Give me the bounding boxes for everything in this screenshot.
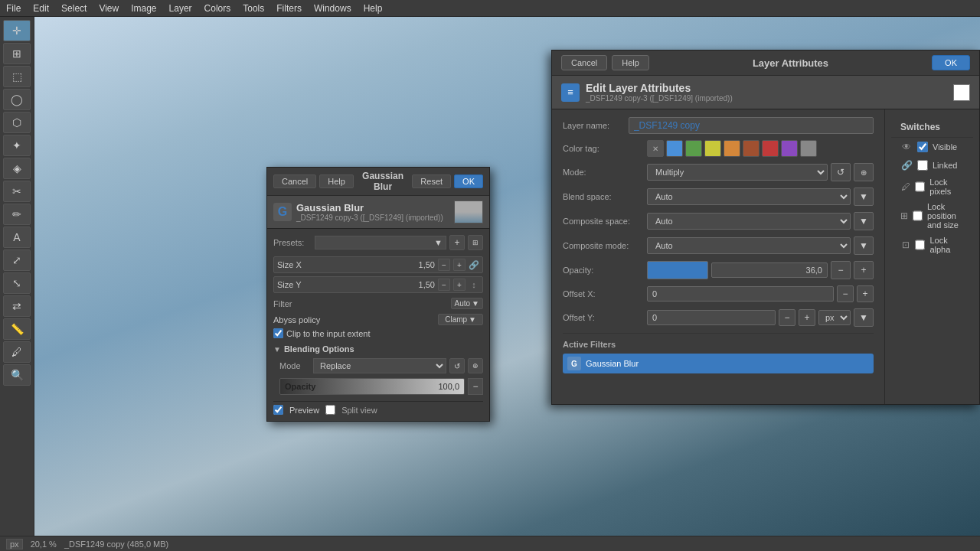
- blending-arrow-icon: ▼: [273, 345, 281, 354]
- gaussian-reset-button[interactable]: Reset: [412, 174, 451, 188]
- abyss-clamp-dropdown[interactable]: Clamp ▼: [438, 314, 483, 325]
- opacity-label: Opacity: [285, 382, 315, 391]
- color-tag-orange[interactable]: [724, 140, 740, 157]
- menu-select[interactable]: Select: [55, 2, 93, 15]
- tool-zoom[interactable]: 🔍: [3, 364, 31, 386]
- menu-view[interactable]: View: [93, 2, 125, 15]
- layer-ok-button[interactable]: OK: [932, 55, 970, 70]
- size-y-decrease-button[interactable]: −: [438, 279, 450, 291]
- filter-dropdown[interactable]: Auto ▼: [451, 298, 483, 309]
- linked-checkbox[interactable]: [917, 160, 928, 171]
- tool-select-ellipse[interactable]: ◯: [3, 89, 31, 110]
- composite-space-select-row: Auto ▼: [647, 212, 874, 230]
- opacity-slider[interactable]: Opacity 100,0: [279, 378, 465, 395]
- offset-x-increase-button[interactable]: +: [857, 285, 874, 302]
- presets-add-button[interactable]: +: [449, 235, 465, 250]
- menu-windows[interactable]: Windows: [308, 2, 358, 15]
- color-tag-blue[interactable]: [666, 140, 683, 157]
- visible-checkbox[interactable]: [917, 142, 928, 152]
- tool-measure[interactable]: 📏: [3, 318, 31, 340]
- layer-mode-reset-button[interactable]: ↺: [831, 163, 851, 181]
- menu-tools[interactable]: Tools: [237, 2, 270, 15]
- color-tag-gray[interactable]: [800, 140, 817, 157]
- tool-warp[interactable]: ⤡: [3, 272, 31, 294]
- tool-fuzzy-select[interactable]: ✦: [3, 135, 31, 156]
- tool-align[interactable]: ⊞: [3, 43, 31, 64]
- split-view-label: Split view: [341, 406, 377, 415]
- tool-flip[interactable]: ⇄: [3, 295, 31, 317]
- menu-file[interactable]: File: [0, 2, 27, 15]
- menu-help[interactable]: Help: [358, 2, 389, 15]
- offset-x-row: Offset X: − +: [563, 285, 874, 302]
- tool-free-select[interactable]: ⬡: [3, 112, 31, 133]
- tool-scissors[interactable]: ✂: [3, 181, 31, 202]
- blend-space-select[interactable]: Auto: [647, 188, 851, 205]
- composite-space-select[interactable]: Auto: [647, 213, 851, 230]
- composite-mode-dropdown-button[interactable]: ▼: [854, 236, 874, 255]
- split-view-checkbox[interactable]: [325, 405, 335, 415]
- lock-alpha-checkbox[interactable]: [915, 240, 925, 250]
- layer-opacity-decrease-button[interactable]: −: [831, 261, 851, 279]
- presets-manage-button[interactable]: ⊞: [468, 235, 483, 250]
- offset-y-increase-button[interactable]: +: [799, 309, 815, 326]
- lock-pixels-icon: 🖊: [900, 181, 910, 193]
- tool-color-select[interactable]: ◈: [3, 158, 31, 179]
- lock-position-checkbox[interactable]: [913, 210, 923, 221]
- mode-extra-button[interactable]: ⊕: [468, 358, 483, 373]
- size-x-increase-button[interactable]: +: [453, 259, 466, 271]
- layer-help-button[interactable]: Help: [612, 55, 649, 70]
- tool-color-picker[interactable]: 🖊: [3, 341, 31, 363]
- layer-opacity-color-bar[interactable]: [647, 261, 708, 279]
- layer-cancel-button[interactable]: Cancel: [561, 55, 607, 70]
- layer-mode-extra-button[interactable]: ⊕: [854, 163, 874, 181]
- layer-opacity-label: Opacity:: [563, 266, 647, 275]
- mode-dropdown[interactable]: Replace: [313, 358, 446, 373]
- layer-mode-select[interactable]: Multiply: [647, 164, 828, 181]
- layer-opacity-increase-button[interactable]: +: [854, 261, 874, 279]
- tool-paths[interactable]: ✏: [3, 204, 31, 225]
- active-filters-section: Active Filters G Gaussian Blur: [563, 333, 874, 396]
- size-x-decrease-button[interactable]: −: [438, 259, 450, 271]
- blending-options-header[interactable]: ▼ Blending Options: [273, 344, 483, 354]
- menu-filters[interactable]: Filters: [270, 2, 308, 15]
- active-filter-gaussian[interactable]: G Gaussian Blur: [563, 354, 874, 373]
- offset-x-input[interactable]: [647, 286, 834, 302]
- unit-select[interactable]: px: [818, 310, 851, 325]
- blend-space-dropdown-button[interactable]: ▼: [854, 187, 874, 206]
- unit-dropdown-button[interactable]: ▼: [854, 308, 874, 327]
- color-tag-yellow[interactable]: [704, 140, 721, 157]
- gaussian-ok-button[interactable]: OK: [454, 174, 483, 188]
- color-tag-red[interactable]: [762, 140, 779, 157]
- gaussian-filter-icon: G: [567, 357, 581, 370]
- presets-dropdown[interactable]: ▼: [315, 236, 446, 249]
- lock-pixels-checkbox[interactable]: [915, 181, 925, 192]
- menu-colors[interactable]: Colors: [198, 2, 237, 15]
- tool-transform[interactable]: ⤢: [3, 249, 31, 271]
- gaussian-cancel-button[interactable]: Cancel: [273, 174, 316, 188]
- color-tag-purple[interactable]: [781, 140, 798, 157]
- tool-select-rect[interactable]: ⬚: [3, 66, 31, 87]
- color-tag-green[interactable]: [685, 140, 702, 157]
- clip-checkbox[interactable]: [273, 328, 283, 338]
- layer-name-input[interactable]: [629, 117, 874, 134]
- size-y-increase-button[interactable]: +: [453, 279, 466, 291]
- menu-layer[interactable]: Layer: [163, 2, 198, 15]
- tool-move[interactable]: ✛: [3, 20, 31, 41]
- tool-text[interactable]: A: [3, 227, 31, 248]
- offset-x-decrease-button[interactable]: −: [837, 285, 854, 302]
- abyss-chevron-icon: ▼: [469, 315, 476, 324]
- opacity-decrease-button[interactable]: −: [468, 378, 483, 395]
- menu-image[interactable]: Image: [125, 2, 162, 15]
- composite-space-dropdown-button[interactable]: ▼: [854, 212, 874, 230]
- offset-y-decrease-button[interactable]: −: [779, 309, 795, 326]
- mode-reset-button[interactable]: ↺: [449, 358, 465, 373]
- visible-switch-row: 👁 Visible: [891, 138, 973, 156]
- menu-edit[interactable]: Edit: [27, 2, 55, 15]
- composite-mode-select[interactable]: Auto: [647, 237, 851, 254]
- color-tag-brown[interactable]: [743, 140, 760, 157]
- preview-checkbox[interactable]: [273, 405, 283, 415]
- color-tag-none[interactable]: ✕: [647, 140, 664, 157]
- layer-opacity-input[interactable]: [711, 262, 828, 278]
- gaussian-help-button[interactable]: Help: [319, 174, 354, 188]
- offset-y-input[interactable]: [647, 310, 776, 325]
